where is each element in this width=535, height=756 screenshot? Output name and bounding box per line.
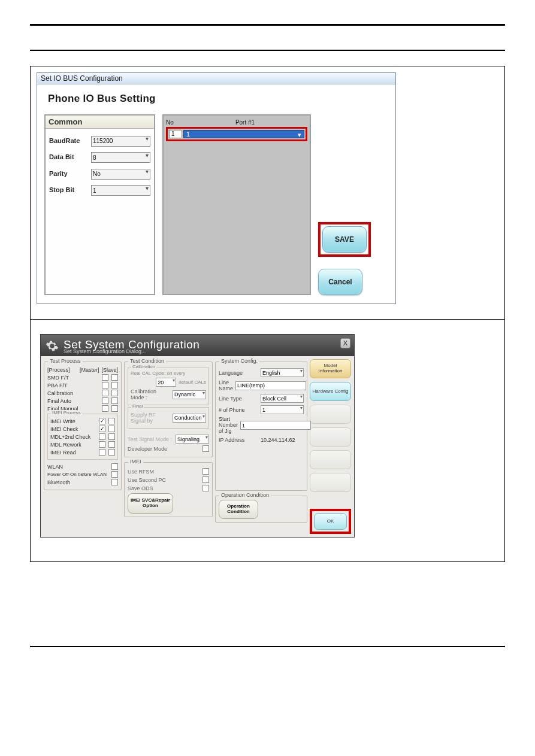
model-info-button[interactable]: Model Information [310, 359, 351, 378]
row-pba: PBA F/T [47, 382, 99, 388]
imei-write-master[interactable] [99, 418, 105, 424]
baudrate-select[interactable] [91, 136, 150, 147]
supply-select[interactable] [173, 414, 206, 423]
port-highlight: 1 1 [166, 127, 307, 141]
imei-check-slave[interactable] [108, 426, 115, 432]
test-condition-legend: Test Condition [128, 358, 166, 364]
mdl-rework-label: MDL Rework [50, 442, 96, 448]
system-config-legend: System Config. [219, 358, 259, 364]
sys-dialog-container: Set System Configuration Set System Conf… [31, 320, 504, 561]
imei-write-slave[interactable] [108, 418, 115, 424]
lang-select[interactable] [261, 368, 304, 377]
imei-check-label: IMEI Check [50, 426, 96, 432]
wlan-check[interactable] [111, 463, 118, 470]
cal-text1: Real CAL Cycle: on every [131, 371, 206, 376]
startjig-label: Start Number of Jig [219, 417, 238, 435]
test-process-legend: Test Process [48, 358, 83, 364]
port-dropdown[interactable]: 1 [183, 130, 304, 138]
mdl-2nd-master[interactable] [99, 433, 105, 440]
mdl-rework-master[interactable] [99, 441, 105, 448]
row-smd: SMD F/T [47, 375, 99, 381]
devmode-check[interactable] [202, 445, 209, 452]
stopbit-label: Stop Bit [49, 186, 91, 193]
hardware-config-button[interactable]: Hardware Config [310, 382, 351, 401]
mdl-2nd-slave[interactable] [108, 433, 115, 440]
mdl-rework-slave[interactable] [108, 441, 115, 448]
linetype-select[interactable] [261, 394, 304, 403]
calibration-legend: Calibration [131, 364, 156, 369]
stopbit-select[interactable] [91, 185, 150, 196]
parity-select[interactable] [91, 169, 150, 180]
final-group: Final Supply RF Signal by [128, 407, 209, 429]
poweroff-check[interactable] [111, 471, 118, 478]
imei-svc-repair-button[interactable]: IMEI SVC&Repair Option [128, 493, 173, 514]
page-rule-mid [30, 50, 505, 51]
use-second-label: Use Second PC [128, 477, 197, 483]
smd-master-check[interactable] [102, 374, 108, 381]
imei-read-slave[interactable] [108, 449, 115, 456]
port-no-value: 1 [169, 130, 182, 138]
ok-highlight: OK [310, 509, 351, 534]
io-dialog-container: Set IO BUS Configuration Phone IO Bus Se… [31, 66, 504, 320]
poweroff-label: Power Off-On before WLAN [47, 472, 108, 477]
fm-slave-check[interactable] [111, 405, 118, 412]
cal-master-check[interactable] [102, 390, 108, 396]
imei-check-master[interactable] [99, 426, 105, 432]
linename-input[interactable] [235, 381, 306, 390]
mdl-2nd-label: MDL+2nd Check [50, 434, 96, 440]
cancel-button[interactable]: Cancel [318, 269, 362, 295]
cal-slave-check[interactable] [111, 390, 118, 396]
fa-slave-check[interactable] [111, 397, 118, 404]
use-rfsm-label: Use RFSM [128, 469, 197, 475]
port-panel: No Port #1 1 1 [162, 114, 311, 295]
imei-fieldset: IMEI Use RFSM Use Second PC Save ODS IME… [124, 462, 213, 517]
oc-legend: Operation Condition [219, 492, 271, 498]
document-frame: Set IO BUS Configuration Phone IO Bus Se… [30, 66, 505, 562]
numphone-select[interactable] [261, 405, 304, 414]
col-process: [Process] [47, 367, 80, 373]
tsm-select[interactable] [176, 435, 209, 444]
col-master: [Master] [80, 367, 99, 373]
port-header: Port #1 [183, 119, 307, 126]
common-panel-title: Common [46, 116, 154, 129]
disabled-button-1 [310, 405, 351, 424]
use-second-check[interactable] [202, 476, 209, 483]
fm-master-check[interactable] [102, 405, 108, 412]
use-rfsm-check[interactable] [202, 468, 209, 475]
test-condition-fieldset: Test Condition Calibration Real CAL Cycl… [124, 362, 213, 457]
save-ods-label: Save ODS [128, 485, 197, 491]
cal-cycle-input[interactable] [156, 378, 176, 387]
io-bus-dialog: Set IO BUS Configuration Phone IO Bus Se… [37, 72, 396, 304]
calibration-group: Calibration Real CAL Cycle: on every def… [128, 368, 209, 405]
page-rule-bottom [30, 646, 505, 647]
calmode-label: Calibration Mode : [131, 388, 170, 400]
numphone-label: # of Phone [219, 407, 258, 413]
ip-label: IP Address [219, 437, 258, 443]
parity-label: Parity [49, 170, 91, 177]
bluetooth-label: Bluetooth [47, 479, 108, 485]
page-rule-top [30, 24, 505, 26]
sys-subtitle: Set System Configuration Dialog... [64, 348, 146, 354]
pba-slave-check[interactable] [111, 382, 118, 388]
save-ods-check[interactable] [202, 485, 209, 491]
bluetooth-check[interactable] [111, 479, 118, 485]
calmode-select[interactable] [173, 390, 206, 399]
save-button[interactable]: SAVE [322, 226, 367, 253]
lang-label: Language [219, 370, 258, 376]
ok-button[interactable]: OK [314, 513, 347, 530]
disabled-button-4 [310, 473, 351, 492]
close-button[interactable]: X [340, 338, 350, 348]
port-no-header: No [166, 119, 183, 126]
pba-master-check[interactable] [102, 382, 108, 388]
imei-read-master[interactable] [99, 449, 105, 456]
smd-slave-check[interactable] [111, 374, 118, 381]
startjig-input[interactable] [240, 421, 311, 430]
ip-value: 10.244.114.62 [261, 437, 295, 443]
operation-condition-button[interactable]: Operation Condition [219, 500, 258, 519]
io-dialog-titlebar: Set IO BUS Configuration [37, 73, 395, 84]
databit-label: Data Bit [49, 153, 91, 160]
supply-label: Supply RF Signal by [131, 412, 170, 424]
fa-master-check[interactable] [102, 397, 108, 404]
databit-select[interactable] [91, 152, 150, 163]
cal-text2: default CALs [179, 379, 206, 385]
